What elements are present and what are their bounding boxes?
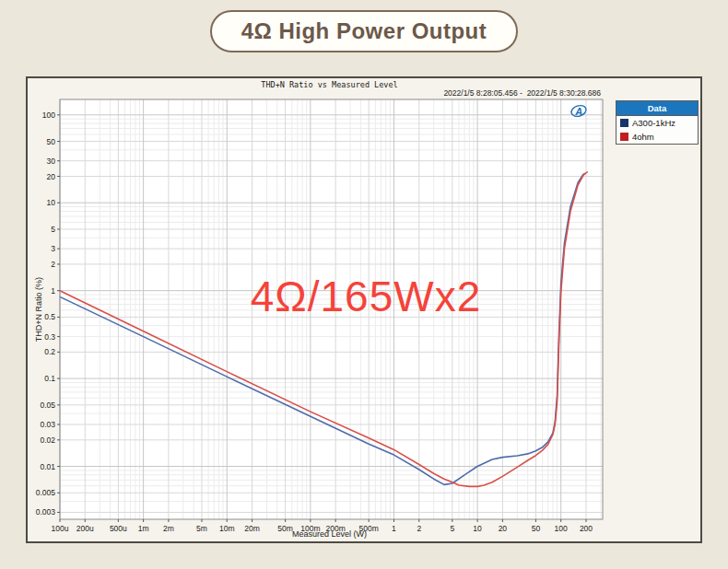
y-tick-label: 0.01 — [40, 462, 55, 471]
svg-text:A: A — [574, 106, 582, 117]
y-tick-label: 30 — [47, 157, 56, 166]
legend-item-label: A300-1kHz — [632, 118, 675, 128]
legend-swatch-icon — [620, 119, 628, 127]
y-tick-label: 50 — [47, 137, 56, 146]
y-tick-label: 100 — [42, 110, 55, 120]
y-tick-label: 0.005 — [36, 488, 56, 497]
y-tick-label: 0.2 — [44, 347, 55, 356]
y-tick-label: 2 — [51, 260, 55, 269]
chart-panel: THD+N Ratio vs Measured Level 2022/1/5 8… — [26, 76, 702, 543]
y-tick-label: 0.1 — [44, 374, 55, 383]
y-tick-label: 20 — [47, 172, 56, 181]
y-tick-label: 5 — [51, 225, 55, 234]
legend-item-label: 4ohm — [632, 132, 654, 142]
legend-swatch-icon — [620, 133, 628, 141]
y-tick-label: 0.05 — [40, 401, 55, 410]
y-tick-label: 0.003 — [36, 507, 56, 517]
legend-box: Data A300-1kHz 4ohm — [616, 100, 699, 145]
x-axis-title: Measured Level (W) — [58, 529, 601, 539]
legend-title: Data — [616, 101, 698, 116]
y-tick-label: 0.02 — [40, 435, 55, 445]
y-tick-label: 0.3 — [44, 332, 55, 342]
chart-annotation: 4Ω/165Wx2 — [28, 272, 704, 321]
header-badge: 4Ω High Power Output — [210, 10, 519, 52]
y-tick-label: 0.03 — [40, 420, 55, 429]
legend-item-4ohm[interactable]: 4ohm — [616, 130, 698, 144]
y-tick-label: 10 — [47, 198, 56, 207]
ap-logo-icon: A — [569, 102, 588, 119]
legend-item-a300-1khz[interactable]: A300-1kHz — [616, 116, 698, 130]
y-tick-label: 3 — [51, 244, 55, 253]
